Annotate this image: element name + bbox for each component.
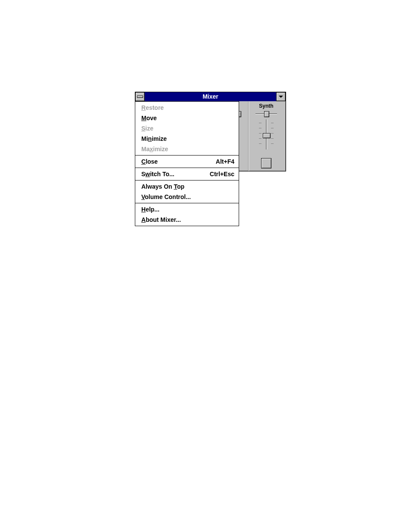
menu-item-always-on-top[interactable]: Always On Top: [135, 181, 239, 192]
system-menu-button[interactable]: [135, 92, 145, 101]
menu-item-move[interactable]: Move: [135, 113, 239, 123]
accelerator: Ctrl+Esc: [210, 170, 234, 178]
volume-slider[interactable]: [255, 119, 277, 149]
mute-button[interactable]: [261, 158, 271, 168]
menu-item-about[interactable]: About Mixer...: [135, 215, 239, 225]
menu-item-close[interactable]: CloseAlt+F4: [135, 156, 239, 167]
window-title: Mixer: [145, 92, 276, 101]
menu-separator: [135, 203, 239, 203]
channel-label: Synth: [259, 103, 273, 109]
titlebar: Mixer: [135, 92, 286, 101]
menu-item-switch-to[interactable]: Switch To...Ctrl+Esc: [135, 169, 239, 179]
menu-item-restore: Restore: [135, 103, 239, 113]
menu-separator: [135, 168, 239, 168]
menu-separator: [135, 155, 239, 156]
pan-slider[interactable]: [255, 111, 277, 117]
menu-item-volume-control[interactable]: Volume Control...: [135, 192, 239, 202]
channel-synth: Synth: [248, 101, 284, 171]
accelerator: Alt+F4: [216, 157, 234, 166]
menu-item-minimize[interactable]: Minimize: [135, 134, 239, 144]
minimize-button[interactable]: [276, 92, 286, 101]
menu-item-maximize: Maximize: [135, 144, 239, 154]
menu-item-size: Size: [135, 123, 239, 134]
menu-separator: [135, 180, 239, 180]
menu-item-help[interactable]: Help...: [135, 204, 239, 215]
minimize-icon: [279, 96, 283, 98]
system-menu: Restore Move Size Minimize Maximize Clos…: [135, 101, 239, 226]
system-menu-icon: [137, 96, 143, 98]
